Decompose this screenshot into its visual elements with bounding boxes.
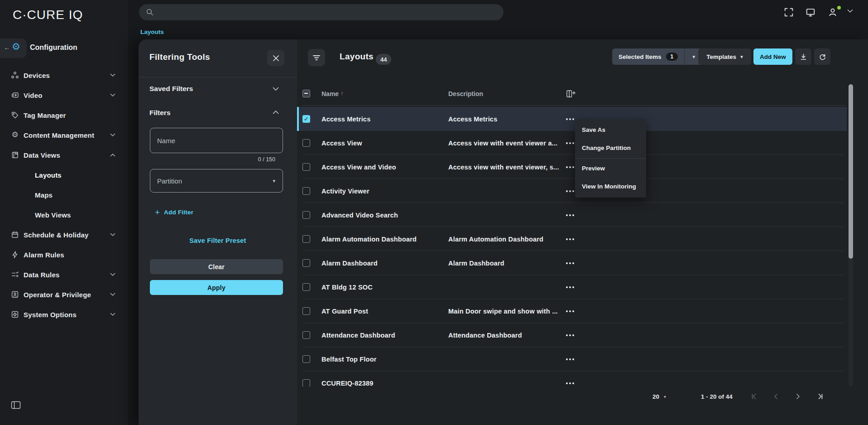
add-new-button[interactable]: Add New (753, 48, 792, 65)
table-row[interactable]: Attendance DashboardAttendance Dashboard (297, 323, 847, 347)
context-menu-item-view-in-monitoring[interactable]: View In Monitoring (575, 178, 646, 196)
table-row[interactable]: Advanced Video Search (297, 203, 847, 227)
section-title: Configuration (30, 43, 77, 52)
row-checkbox[interactable] (302, 379, 310, 386)
page-size-select[interactable]: 20 ▾ (652, 390, 666, 403)
user-icon[interactable] (828, 7, 839, 18)
row-checkbox[interactable] (302, 259, 310, 267)
table-scrollbar-track[interactable] (849, 84, 853, 386)
row-actions-button[interactable] (566, 262, 577, 264)
sidebar-item-video[interactable]: Video (0, 85, 128, 105)
selected-items-button[interactable]: Selected Items 1 ▾ (612, 48, 703, 65)
name-filter-field[interactable] (150, 128, 283, 153)
row-checkbox[interactable] (302, 283, 310, 291)
close-filter-panel-button[interactable] (267, 50, 284, 66)
calendar-icon (11, 231, 19, 239)
saved-filters-section[interactable]: Saved Filters (149, 85, 193, 93)
table-row[interactable]: Access ViewAccess view with event viewer… (297, 131, 847, 155)
row-checkbox[interactable] (302, 163, 310, 171)
back-arrow-icon[interactable]: ← (4, 43, 10, 51)
row-name-cell: Advanced Video Search (321, 212, 398, 219)
row-actions-button[interactable] (566, 334, 577, 336)
system-monitor-icon[interactable] (806, 7, 816, 18)
previous-page-button[interactable] (770, 390, 782, 403)
toggle-filter-panel-button[interactable] (308, 49, 325, 66)
first-page-button[interactable] (748, 390, 761, 403)
partition-dropdown[interactable]: Partition ▾ (150, 169, 283, 193)
sidebar-item-schedule-holiday[interactable]: Schedule & Holiday (0, 225, 128, 245)
sidebar-item-data-views[interactable]: Data Views (0, 145, 128, 165)
sidebar-item-web-views[interactable]: Web Views (0, 205, 128, 225)
table-row[interactable]: Activity Viewer (297, 179, 847, 203)
row-checkbox[interactable] (302, 187, 310, 195)
gear-icon[interactable]: ⚙ (12, 42, 20, 51)
filters-section[interactable]: Filters (149, 109, 171, 117)
dropdown-caret-icon: ▾ (273, 178, 275, 184)
sidebar-item-devices[interactable]: Devices (0, 65, 128, 85)
row-actions-button[interactable] (566, 358, 577, 360)
table-scrollbar-thumb[interactable] (849, 84, 853, 259)
fullscreen-icon[interactable] (784, 7, 795, 18)
sidebar-item-layouts[interactable]: Layouts (0, 165, 128, 185)
column-header-description[interactable]: Description (448, 90, 483, 97)
sidebar-item-label: System Options (24, 311, 77, 319)
search-bar[interactable] (139, 4, 504, 20)
row-actions-button[interactable] (566, 214, 577, 216)
row-actions-button[interactable] (566, 382, 577, 384)
apply-button[interactable]: Apply (150, 280, 283, 295)
row-name-cell: Access Metrics (321, 116, 370, 123)
video-icon (11, 91, 19, 99)
row-checkbox[interactable] (302, 235, 310, 243)
table-row[interactable]: CCUREIQ-82389 (297, 371, 847, 386)
table-row[interactable]: Belfast Top Floor (297, 347, 847, 371)
name-character-counter: 0 / 150 (150, 156, 275, 163)
column-header-name[interactable]: Name (321, 90, 339, 97)
row-actions-button[interactable] (566, 238, 577, 240)
table-row[interactable]: Alarm DashboardAlarm Dashboard (297, 251, 847, 275)
sidebar-item-operator-privilege[interactable]: Operator & Privilege (0, 285, 128, 304)
collapse-sidebar-icon[interactable] (11, 401, 21, 410)
row-checkbox[interactable] (302, 139, 310, 147)
row-checkbox[interactable]: ✓ (302, 115, 310, 123)
row-description-cell: Alarm Automation Dashboard (448, 236, 543, 243)
row-name-cell: Alarm Dashboard (321, 260, 378, 267)
row-checkbox[interactable] (302, 211, 310, 219)
refresh-button[interactable] (814, 48, 830, 65)
breadcrumb[interactable]: Layouts (140, 29, 164, 35)
chevron-down-icon (110, 133, 115, 137)
last-page-button[interactable] (814, 390, 826, 403)
save-filter-preset-link[interactable]: Save Filter Preset (139, 237, 297, 244)
row-actions-button[interactable] (566, 310, 577, 312)
select-all-checkbox[interactable] (302, 90, 310, 97)
context-menu-item-change-partition[interactable]: Change Partition (575, 139, 646, 157)
row-checkbox[interactable] (302, 355, 310, 363)
next-page-button[interactable] (791, 390, 804, 403)
table-row[interactable]: AT Guard PostMain Door swipe and show wi… (297, 299, 847, 323)
download-button[interactable] (795, 48, 811, 65)
table-row[interactable]: Alarm Automation DashboardAlarm Automati… (297, 227, 847, 251)
add-filter-button[interactable]: + Add Filter (155, 208, 193, 217)
row-checkbox[interactable] (302, 331, 310, 339)
sidebar-item-alarm-rules[interactable]: Alarm Rules (0, 245, 128, 265)
table-row[interactable]: ✓Access MetricsAccess Metrics (297, 107, 847, 131)
name-filter-input[interactable] (157, 128, 275, 153)
sidebar-item-data-rules[interactable]: Data Rules (0, 265, 128, 285)
row-checkbox[interactable] (302, 307, 310, 315)
sidebar-item-tag-manager[interactable]: Tag Manager (0, 105, 128, 125)
table-row[interactable]: Access View and VideoAccess view with ev… (297, 155, 847, 179)
chevron-down-icon[interactable] (273, 87, 279, 91)
context-menu-item-save-as[interactable]: Save As (575, 121, 646, 139)
search-input[interactable] (159, 5, 494, 19)
row-actions-button[interactable] (566, 286, 577, 288)
templates-button[interactable]: Templates ▾ (698, 48, 751, 65)
context-menu-item-preview[interactable]: Preview (575, 159, 646, 178)
sidebar-item-system-options[interactable]: System Options (0, 304, 128, 324)
selected-count-badge: 1 (666, 53, 678, 61)
chevron-up-icon[interactable] (273, 110, 279, 114)
sidebar-item-content-management[interactable]: ⚙Content Management (0, 125, 128, 145)
add-column-icon[interactable] (566, 89, 576, 98)
chevron-down-icon[interactable] (847, 9, 858, 20)
clear-button[interactable]: Clear (150, 259, 283, 274)
sidebar-item-maps[interactable]: Maps (0, 185, 128, 205)
table-row[interactable]: AT Bldg 12 SOC (297, 275, 847, 299)
